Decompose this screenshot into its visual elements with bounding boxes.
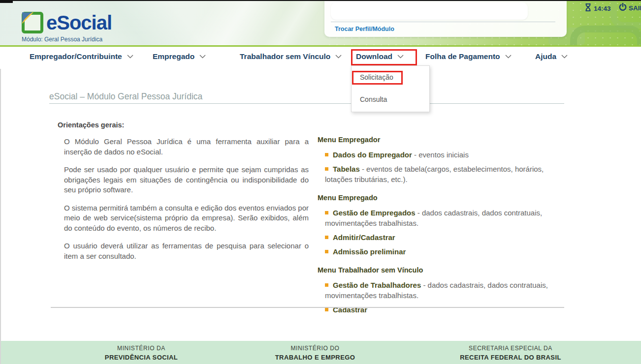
bullet-square-icon (325, 283, 328, 287)
user-panel-divider (331, 22, 555, 22)
esocial-page: eSocial Módulo: Geral Pessoa Jurídica Tr… (0, 0, 641, 364)
chevron-down-icon (335, 55, 342, 59)
menu-item-label: Admitir/Cadastrar (333, 233, 395, 242)
bullet-square-icon (325, 211, 328, 214)
footer-line: MINISTÉRIO DA (67, 345, 215, 352)
footer-receita-federal: SECRETARIA ESPECIAL DA RECEITA FEDERAL D… (424, 345, 597, 361)
list-item: Tabelas - eventos de tabela(cargos, esta… (325, 164, 566, 184)
chevron-down-icon (561, 55, 568, 59)
menu-item-label: Admissão preliminar (333, 247, 406, 256)
orientations-paragraph: Pode ser usado por qualquer usuário e pe… (64, 165, 309, 195)
user-info-box (331, 2, 528, 20)
session-time: 14:43 (594, 5, 611, 12)
bullet-square-icon (325, 250, 328, 253)
menu-heading-empregador: Menu Empregador (318, 136, 566, 144)
footer-line: PREVIDÊNCIA SOCIAL (67, 354, 215, 361)
orientations-paragraph: O Módulo Geral Pessoa Jurídica é uma fer… (64, 137, 309, 157)
orientations-section: Orientações gerais: O Módulo Geral Pesso… (58, 121, 309, 261)
bullet-square-icon (325, 236, 328, 239)
nav-item-ajuda[interactable]: Ajuda (535, 52, 568, 61)
menu-item-label: Gestão de Empregados (333, 209, 416, 217)
logout-button[interactable]: SAIR (619, 3, 641, 13)
menu-item-label: Dados do Empregador (333, 151, 412, 159)
orientations-paragraph: O usuário deverá utilizar as ferramentas… (64, 241, 309, 261)
menu-list-trabalhador: Gestão de Trabalhadores - dados cadastra… (325, 280, 566, 315)
logout-label: SAIR (629, 4, 641, 12)
footer: MINISTÉRIO DA PREVIDÊNCIA SOCIAL MINISTÉ… (0, 341, 641, 364)
bullet-square-icon (325, 153, 328, 156)
window-top-edge (0, 0, 641, 1)
nav-item-folha-de-pagamento[interactable]: Folha de Pagamento (425, 52, 512, 61)
chevron-down-icon (199, 55, 206, 59)
footer-line: RECEITA FEDERAL DO BRASIL (424, 354, 597, 361)
menu-item-label: Tabelas (333, 165, 360, 173)
esocial-logo-icon (22, 12, 43, 35)
nav-item-label: Download (356, 52, 392, 61)
nav-item-empregador-contribuinte[interactable]: Empregador/Contribuinte (30, 52, 133, 61)
module-label: Módulo: Geral Pessoa Jurídica (22, 36, 112, 43)
orientations-heading: Orientações gerais: (58, 121, 309, 129)
window-top-corner (0, 0, 13, 3)
nav-item-label: Ajuda (535, 52, 556, 61)
menus-overview-section: Menu Empregador Dados do Empregador - ev… (318, 136, 566, 319)
footer-ministerio-previdencia: MINISTÉRIO DA PREVIDÊNCIA SOCIAL (67, 345, 215, 361)
bullet-square-icon (325, 308, 328, 311)
bullet-square-icon (325, 167, 328, 171)
nav-item-label: Trabalhador sem Vínculo (240, 52, 330, 61)
chevron-down-icon (397, 55, 404, 59)
chevron-down-icon (505, 55, 512, 59)
nav-item-download[interactable]: Download (356, 52, 404, 61)
nav-item-label: Folha de Pagamento (425, 52, 500, 61)
nav-item-label: Empregador/Contribuinte (30, 52, 122, 61)
nav-item-trabalhador-sem-vinculo[interactable]: Trabalhador sem Vínculo (240, 52, 342, 61)
content-bottom-divider (51, 307, 564, 308)
dropdown-item-consulta[interactable]: Consulta (360, 95, 387, 103)
footer-line: TRABALHO E EMPREGO (241, 354, 389, 361)
hourglass-icon (585, 3, 591, 13)
window-left-edge (0, 47, 1, 364)
esocial-logo-text: eSocial (46, 12, 112, 33)
list-item: Admitir/Cadastrar (325, 232, 566, 243)
download-dropdown-menu: Solicitação Consulta (351, 65, 430, 112)
menu-list-empregador: Dados do Empregador - eventos iniciais T… (325, 150, 566, 184)
menu-list-empregado: Gestão de Empregados - dados cadastrais,… (325, 208, 566, 257)
list-item: Gestão de Empregados - dados cadastrais,… (325, 208, 566, 228)
esocial-logo[interactable]: eSocial Módulo: Geral Pessoa Jurídica (22, 12, 112, 43)
nav-item-empregado[interactable]: Empregado (153, 52, 206, 61)
nav-item-label: Empregado (153, 52, 194, 61)
list-item: Cadastrar (325, 304, 566, 315)
title-divider (49, 103, 564, 104)
power-icon (619, 3, 627, 13)
header-circuit-shape (570, 26, 641, 45)
list-item: Admissão preliminar (325, 246, 566, 257)
chevron-down-icon (127, 55, 133, 59)
footer-line: SECRETARIA ESPECIAL DA (424, 345, 597, 352)
menu-heading-trabalhador-sem-vinculo: Menu Trabalhador sem Vínculo (318, 266, 566, 274)
change-profile-link[interactable]: Trocar Perfil/Módulo (335, 26, 394, 32)
list-item: Dados do Empregador - eventos iniciais (325, 150, 566, 160)
main-nav: Empregador/Contribuinte Empregado Trabal… (0, 47, 641, 69)
menu-item-description: - eventos iniciais (412, 151, 469, 159)
footer-line: MINISTÉRIO DO (241, 345, 389, 352)
orientations-paragraph: O sistema permitirá também a consulta e … (64, 203, 309, 234)
page-title: eSocial – Módulo Geral Pessoa Jurídica (49, 91, 202, 102)
menu-heading-empregado: Menu Empregado (318, 194, 566, 202)
list-item: Gestão de Trabalhadores - dados cadastra… (325, 280, 566, 301)
user-panel: Trocar Perfil/Módulo (324, 0, 567, 37)
session-clock: 14:43 (585, 3, 611, 13)
footer-ministerio-trabalho: MINISTÉRIO DO TRABALHO E EMPREGO (241, 345, 389, 361)
menu-item-label: Gestão de Trabalhadores (333, 281, 421, 289)
dropdown-item-solicitacao[interactable]: Solicitação (360, 73, 393, 81)
